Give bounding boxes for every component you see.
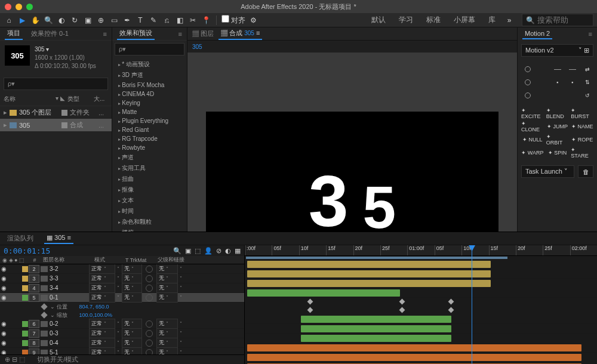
toggle-modes-button[interactable]: 切换开关/模式	[37, 355, 78, 364]
home-icon[interactable]: ⌂	[4, 15, 14, 26]
label-color[interactable]	[22, 295, 28, 301]
clone-tool-icon[interactable]: ⎌	[161, 15, 172, 26]
timeline-layer-row[interactable]: ◉95-1正常˅˅无˅无˅˅	[0, 348, 244, 354]
viewer-comp-tab[interactable]: ▦ 合成 305 ≡	[219, 27, 262, 40]
timeline-layer-row[interactable]: ◉23-2正常˅˅无˅无˅˅	[0, 264, 244, 274]
keyframe-icon[interactable]	[307, 299, 313, 305]
comp-thumbnail[interactable]: 305	[5, 45, 30, 66]
workspace-tab[interactable]: 库	[482, 13, 501, 27]
blend-mode-dropdown[interactable]: 正常˅	[89, 292, 115, 303]
parent-dropdown[interactable]: 无˅	[156, 292, 178, 303]
effect-category[interactable]: Red Giant	[112, 125, 187, 134]
visibility-toggle[interactable]: ◉	[0, 330, 7, 337]
property-value[interactable]: 804.7, 650.0	[79, 304, 109, 310]
keyframe-icon[interactable]	[448, 299, 454, 305]
visibility-toggle[interactable]: ◉	[0, 275, 7, 282]
keyframe-icon[interactable]	[399, 299, 405, 305]
task-delete-icon[interactable]: 🗑	[578, 165, 593, 178]
current-time-indicator[interactable]	[472, 245, 472, 364]
timeline-comp-tab[interactable]: ▦ 305 ≡	[44, 233, 73, 244]
visibility-toggle[interactable]: ◉	[0, 320, 7, 327]
label-color[interactable]	[22, 340, 28, 346]
effect-category[interactable]: RG Trapcode	[112, 134, 187, 143]
eraser-tool-icon[interactable]: ◧	[174, 15, 185, 26]
motion-action-spin[interactable]: ✦ SPIN	[546, 147, 569, 158]
layer-duration-bar[interactable]	[247, 270, 491, 277]
layer-duration-bar[interactable]	[301, 335, 451, 342]
minimize-window-icon[interactable]	[16, 4, 22, 10]
parent-dropdown[interactable]: 无˅	[156, 319, 178, 329]
motion-preset-dropdown[interactable]: Motion v2˅ ⊞	[521, 44, 593, 57]
timeline-layer-row[interactable]: ◉60-2正常˅˅无˅无˅˅	[0, 319, 244, 329]
blend-mode-dropdown[interactable]: 正常˅	[89, 347, 115, 354]
pickwhip-icon[interactable]	[146, 285, 153, 292]
trkmat-dropdown[interactable]: 无˅	[122, 264, 142, 274]
timeline-layer-row[interactable]: ◉33-3正常˅˅无˅无˅˅	[0, 274, 244, 283]
visibility-toggle[interactable]: ◉	[0, 349, 7, 354]
workspace-more-icon[interactable]: »	[504, 15, 515, 26]
property-row[interactable]: ⌄ 缩放100.0,100.0%	[0, 311, 244, 319]
anchor-tl[interactable]	[521, 64, 534, 75]
align-v[interactable]: ▪	[551, 77, 564, 88]
align-v2[interactable]: ▪	[566, 77, 578, 88]
roto-tool-icon[interactable]: ✂	[187, 15, 198, 26]
property-row[interactable]: ⌄ 位置804.7, 650.0	[0, 303, 244, 311]
trkmat-dropdown[interactable]: 无˅	[122, 347, 142, 354]
label-color[interactable]	[22, 266, 28, 272]
layer-duration-bar[interactable]	[247, 261, 491, 268]
layer-duration-bar[interactable]	[247, 354, 581, 361]
label-color[interactable]	[22, 321, 28, 327]
label-color[interactable]	[22, 350, 28, 355]
blend-mode-dropdown[interactable]: 正常˅	[89, 338, 115, 348]
motion-action-clone[interactable]: ✦ CLONE	[521, 121, 544, 132]
label-color[interactable]	[22, 285, 28, 291]
close-window-icon[interactable]	[5, 4, 11, 10]
effect-category[interactable]: 时间	[112, 206, 187, 217]
frame-blend-icon[interactable]: ⊘	[216, 247, 221, 255]
motion-action-name[interactable]: ✦ NAME	[571, 121, 593, 132]
effect-category[interactable]: Rowbyte	[112, 143, 187, 152]
motion-panel-tab[interactable]: Motion 2	[522, 29, 552, 39]
workspace-tab[interactable]: 默认	[365, 13, 392, 27]
parent-dropdown[interactable]: 无˅	[156, 264, 178, 274]
layer-duration-bar[interactable]	[301, 325, 451, 332]
visibility-toggle[interactable]: ◉	[0, 340, 7, 346]
parent-dropdown[interactable]: 无˅	[156, 338, 178, 348]
workspace-tab[interactable]: 学习	[393, 13, 419, 27]
effect-category[interactable]: * 动画预设	[112, 59, 187, 70]
trkmat-dropdown[interactable]: 无˅	[122, 273, 142, 283]
project-item[interactable]: ▸305合成...	[0, 119, 112, 131]
layer-duration-bar[interactable]	[247, 280, 491, 287]
selection-tool-icon[interactable]: ▶	[17, 15, 27, 26]
snap-checkbox[interactable]: 对齐	[221, 15, 245, 26]
comp-mini-flow-icon[interactable]: ▣	[185, 247, 191, 255]
panel-menu-icon[interactable]: ≡	[103, 30, 107, 38]
label-color[interactable]	[22, 276, 28, 282]
align-h2[interactable]	[566, 64, 578, 75]
parent-dropdown[interactable]: 无˅	[156, 347, 178, 354]
anchor-tool-icon[interactable]: ⊕	[96, 15, 106, 26]
trkmat-dropdown[interactable]: 无˅	[122, 283, 142, 293]
motion-blur-icon[interactable]: ◐	[225, 247, 231, 255]
keyframe-nav-icon[interactable]	[41, 303, 47, 310]
keyframe-icon[interactable]	[307, 307, 313, 313]
effect-category[interactable]: CINEMA 4D	[112, 90, 187, 98]
puppet-tool-icon[interactable]: 📍	[201, 15, 211, 26]
effect-category[interactable]: Matte	[112, 107, 187, 116]
snap-options-icon[interactable]: ⚙	[248, 15, 259, 26]
shy-icon[interactable]: 👤	[204, 247, 213, 255]
brush-tool-icon[interactable]: ✎	[148, 15, 159, 26]
motion-action-stare[interactable]: ✦ STARE	[571, 147, 593, 158]
hand-tool-icon[interactable]: ✋	[30, 15, 41, 26]
visibility-toggle[interactable]: ◉	[0, 266, 7, 272]
effect-controls-tab[interactable]: 效果控件 0-1	[29, 28, 71, 39]
timeline-layer-row[interactable]: ◉80-4正常˅˅无˅无˅˅	[0, 338, 244, 348]
rotate-tool-icon[interactable]: ↻	[69, 15, 80, 26]
project-item[interactable]: ▸305 个图层文件夹...	[0, 106, 112, 119]
project-tab[interactable]: 项目	[5, 27, 23, 40]
timeline-layer-row[interactable]: ◉43-4正常˅˅无˅无˅˅	[0, 283, 244, 293]
trkmat-dropdown[interactable]: 无˅	[122, 292, 142, 303]
pickwhip-icon[interactable]	[146, 275, 153, 282]
blend-mode-dropdown[interactable]: 正常˅	[89, 283, 115, 293]
effect-category[interactable]: 声道	[112, 152, 187, 163]
